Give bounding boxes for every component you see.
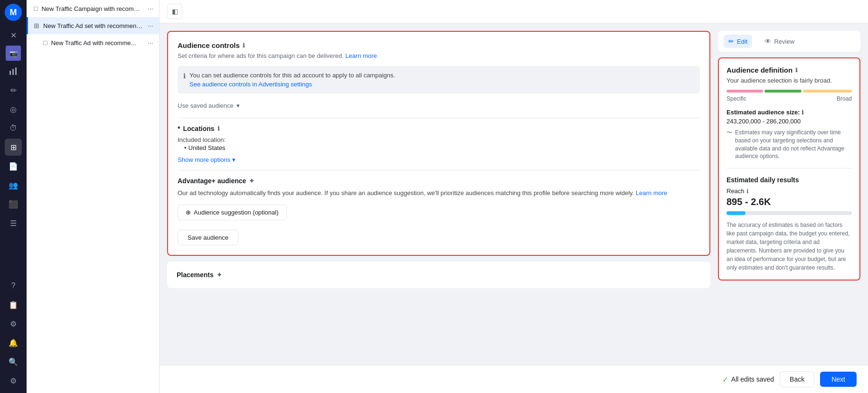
pencil-icon[interactable]: ✏ bbox=[5, 82, 22, 99]
ad-more-icon[interactable]: ··· bbox=[148, 39, 153, 47]
back-button[interactable]: Back bbox=[780, 371, 814, 387]
review-tab-icon: 👁 bbox=[764, 37, 771, 45]
chevron-down-icon: ▾ bbox=[232, 156, 236, 163]
plus-circle-icon: ⊕ bbox=[186, 209, 191, 216]
estimated-audience-value: 243,200,000 - 286,200,000 bbox=[726, 118, 852, 125]
review-tab[interactable]: 👁 Review bbox=[760, 35, 799, 48]
edit-tab[interactable]: ✏ Edit bbox=[724, 35, 752, 48]
campaign-icon: □ bbox=[34, 5, 38, 12]
trend-icon: 〜 bbox=[726, 129, 732, 160]
next-button[interactable]: Next bbox=[820, 372, 857, 387]
breadth-broad-segment bbox=[803, 90, 852, 93]
content-area: Audience controls ℹ Set criteria for whe… bbox=[160, 23, 868, 365]
ad-label: New Traffic Ad with recomme... bbox=[51, 39, 144, 47]
top-toolbar: ◧ bbox=[160, 0, 868, 23]
grid-icon[interactable]: ⊞ bbox=[5, 139, 22, 156]
location-value: •United States bbox=[184, 144, 700, 151]
reach-bar-container bbox=[726, 211, 852, 215]
estimated-audience-info-icon[interactable]: ℹ bbox=[802, 109, 804, 116]
advantage-description: Our ad technology automatically finds yo… bbox=[178, 188, 700, 198]
reach-info-icon[interactable]: ℹ bbox=[746, 188, 749, 195]
form-column: Audience controls ℹ Set criteria for whe… bbox=[167, 31, 710, 357]
ad-icon: □ bbox=[43, 39, 47, 47]
reach-label: Reach ℹ bbox=[726, 187, 852, 195]
bell-icon[interactable]: 🔔 bbox=[5, 334, 22, 351]
adset-icon: ⊞ bbox=[34, 22, 39, 29]
help-icon[interactable]: ? bbox=[5, 277, 22, 294]
audience-definition-title: Audience definition ℹ bbox=[726, 66, 852, 74]
advantage-plus-icon: ✦ bbox=[249, 177, 255, 185]
sidebar: M ✕ 📷 ✏ ◎ ⏱ ⊞ 📄 👥 ⬛ ☰ ? 📋 ⚙ 🔔 🔍 ⚙ bbox=[0, 0, 27, 393]
edit-tab-icon: ✏ bbox=[728, 37, 734, 45]
audience-definition-card: Audience definition ℹ Your audience sele… bbox=[718, 57, 860, 281]
bottom-bar: ✓ All edits saved Back Next bbox=[160, 365, 868, 393]
included-location-label: Included location: bbox=[178, 136, 700, 143]
all-edits-saved-status: ✓ All edits saved bbox=[722, 375, 774, 384]
close-icon[interactable]: ✕ bbox=[5, 27, 22, 44]
meta-logo: M bbox=[5, 4, 22, 21]
reach-bar-fill bbox=[726, 211, 745, 215]
show-more-options-link[interactable]: Show more options ▾ bbox=[178, 156, 700, 163]
circle-icon[interactable]: ◎ bbox=[5, 101, 22, 118]
audience-def-info-icon[interactable]: ℹ bbox=[795, 67, 798, 74]
learn-more-link[interactable]: Learn more bbox=[345, 52, 377, 59]
nav-item-adset[interactable]: ⊞ New Traffic Ad set with recommend... ·… bbox=[27, 17, 159, 34]
check-icon: ✓ bbox=[722, 375, 728, 384]
use-saved-audience-dropdown[interactable]: Use saved audience ▾ bbox=[178, 100, 700, 111]
audience-controls-info-icon[interactable]: ℹ bbox=[243, 42, 245, 49]
divider2 bbox=[178, 170, 700, 170]
estimated-note: 〜 Estimates may vary significantly over … bbox=[726, 129, 852, 160]
settings-icon[interactable]: ⚙ bbox=[5, 315, 22, 332]
clock-icon[interactable]: ⏱ bbox=[5, 120, 22, 137]
daily-results-title: Estimated daily results bbox=[726, 176, 852, 184]
campaign-label: New Traffic Campaign with recommend... bbox=[41, 5, 144, 12]
placements-plus-icon: ✦ bbox=[217, 271, 222, 279]
document-icon[interactable]: 📄 bbox=[5, 158, 22, 175]
svg-text:📷: 📷 bbox=[9, 49, 18, 57]
advertising-settings-link[interactable]: See audience controls in Advertising set… bbox=[189, 81, 395, 88]
audience-controls-card: Audience controls ℹ Set criteria for whe… bbox=[167, 31, 710, 256]
right-column: ✏ Edit 👁 Review Audience definition ℹ Yo… bbox=[718, 31, 860, 357]
placements-title: Placements ✦ bbox=[177, 271, 701, 279]
advantage-learn-more-link[interactable]: Learn more bbox=[636, 189, 667, 196]
estimated-daily-results: Estimated daily results Reach ℹ 895 - 2.… bbox=[726, 168, 852, 272]
save-audience-button[interactable]: Save audience bbox=[178, 230, 238, 245]
svg-rect-4 bbox=[15, 67, 17, 75]
broad-label: Broad bbox=[837, 95, 852, 102]
info-box: ℹ You can set audience controls for this… bbox=[178, 66, 700, 94]
adset-label: New Traffic Ad set with recommend... bbox=[43, 22, 144, 29]
people-icon[interactable]: 👥 bbox=[5, 177, 22, 194]
breadth-middle-segment bbox=[764, 90, 801, 93]
nav-item-ad[interactable]: □ New Traffic Ad with recomme... ··· bbox=[27, 34, 159, 51]
nav-panel: □ New Traffic Campaign with recommend...… bbox=[27, 0, 160, 393]
layers-icon[interactable]: ⬛ bbox=[5, 196, 22, 213]
chart-icon[interactable] bbox=[5, 63, 22, 80]
svg-rect-3 bbox=[12, 69, 14, 75]
menu-icon[interactable]: ☰ bbox=[5, 215, 22, 232]
panel-toggle-button[interactable]: ◧ bbox=[167, 4, 182, 19]
gear-icon[interactable]: ⚙ bbox=[5, 372, 22, 389]
audience-suggestion-button[interactable]: ⊕ Audience suggestion (optional) bbox=[178, 205, 287, 220]
locations-label: * Locations ℹ bbox=[178, 125, 700, 132]
notes-icon[interactable]: 📋 bbox=[5, 296, 22, 313]
avatar[interactable]: 📷 bbox=[6, 46, 21, 61]
advantage-section: Advantage+ audience ✦ Our ad technology … bbox=[178, 177, 700, 220]
campaign-more-icon[interactable]: ··· bbox=[148, 5, 153, 12]
reach-value: 895 - 2.6K bbox=[726, 196, 852, 207]
edit-review-tabs: ✏ Edit 👁 Review bbox=[718, 31, 860, 52]
nav-item-campaign[interactable]: □ New Traffic Campaign with recommend...… bbox=[27, 0, 159, 17]
search-icon[interactable]: 🔍 bbox=[5, 353, 22, 370]
reach-note: The accuracy of estimates is based on fa… bbox=[726, 221, 852, 272]
adset-more-icon[interactable]: ··· bbox=[148, 22, 153, 29]
breadth-bar bbox=[726, 90, 852, 93]
specific-label: Specific bbox=[726, 95, 746, 102]
audience-controls-subtitle: Set criteria for where ads for this camp… bbox=[178, 52, 700, 59]
audience-controls-title: Audience controls ℹ bbox=[178, 41, 700, 49]
advantage-title: Advantage+ audience ✦ bbox=[178, 177, 700, 185]
audience-breadth-desc: Your audience selection is fairly broad. bbox=[726, 77, 852, 84]
breadth-specific-segment bbox=[726, 90, 763, 93]
placements-card: Placements ✦ bbox=[167, 262, 710, 288]
breadth-labels: Specific Broad bbox=[726, 95, 852, 102]
locations-info-icon[interactable]: ℹ bbox=[217, 125, 220, 132]
divider bbox=[178, 118, 700, 118]
